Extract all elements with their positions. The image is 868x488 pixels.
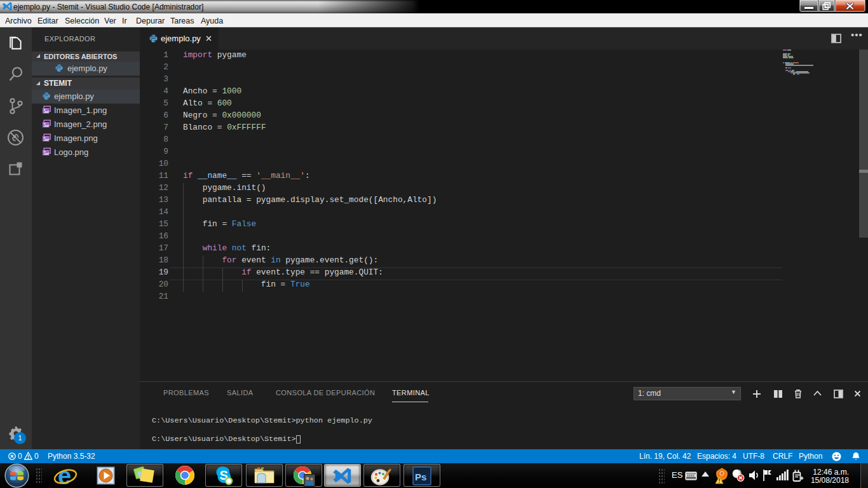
svg-text:Ps: Ps <box>415 471 426 482</box>
svg-text:e: e <box>58 464 71 488</box>
